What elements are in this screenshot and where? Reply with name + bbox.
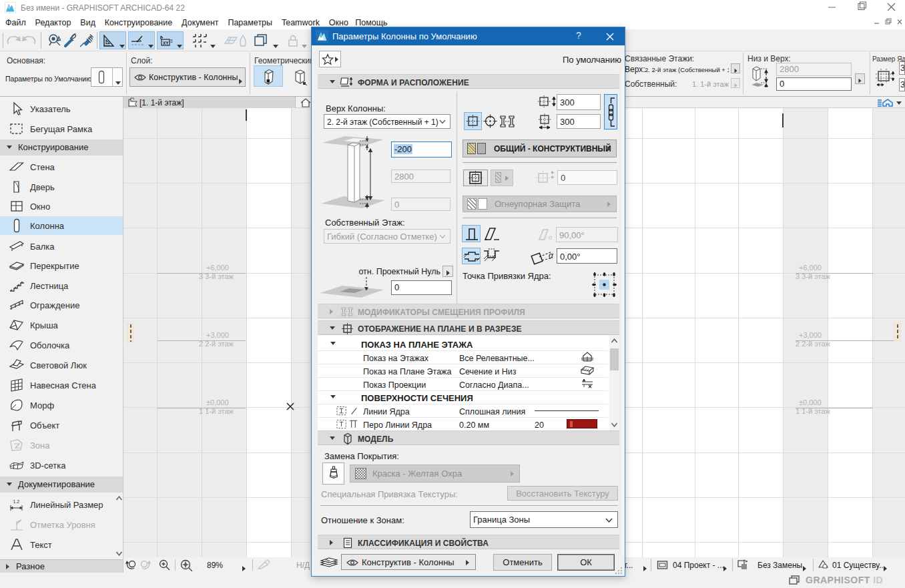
svg-text:1.2: 1.2 (13, 499, 20, 504)
svg-text:α: α (549, 234, 553, 241)
svg-text:XY: XY (163, 41, 169, 45)
svg-text:α: α (549, 251, 554, 260)
